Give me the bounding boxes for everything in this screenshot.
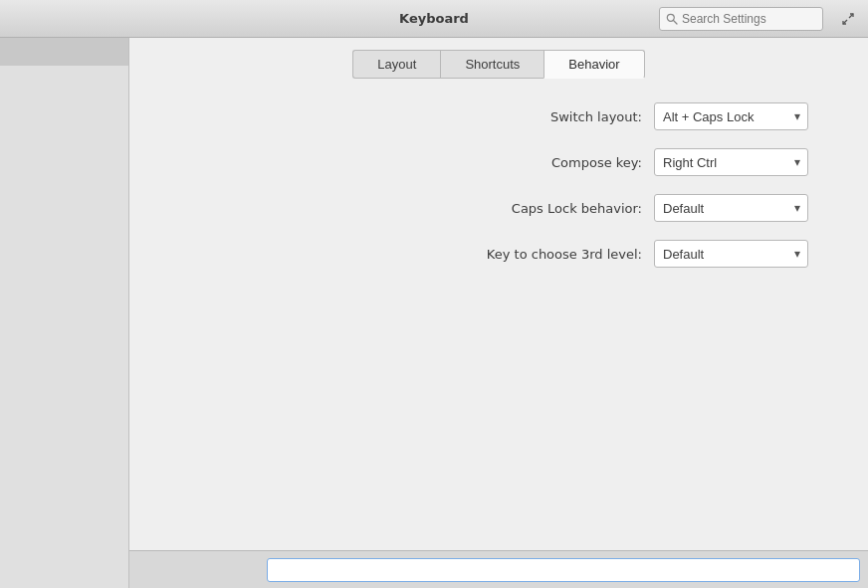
caps-lock-select-wrapper: Default Disabled Caps Lock as Ctrl Caps … xyxy=(654,194,808,222)
search-icon xyxy=(666,13,678,25)
tabs-container: Layout Shortcuts Behavior xyxy=(129,38,868,79)
key-3rd-level-select-wrapper: Default Right Alt Left Alt Menu Right Ct… xyxy=(654,240,808,268)
expand-button[interactable] xyxy=(836,7,860,31)
caps-lock-row: Caps Lock behavior: Default Disabled Cap… xyxy=(129,194,808,222)
expand-icon xyxy=(841,12,855,26)
main-container: Layout Shortcuts Behavior Switch layout:… xyxy=(0,38,868,588)
switch-layout-select-wrapper: Alt + Caps Lock Alt + Shift Ctrl + Shift… xyxy=(654,102,808,130)
caps-lock-label: Caps Lock behavior: xyxy=(512,201,642,216)
key-3rd-level-label: Key to choose 3rd level: xyxy=(487,247,642,262)
switch-layout-row: Switch layout: Alt + Caps Lock Alt + Shi… xyxy=(129,102,808,130)
search-input[interactable] xyxy=(682,12,816,26)
switch-layout-select[interactable]: Alt + Caps Lock Alt + Shift Ctrl + Shift… xyxy=(654,102,808,130)
switch-layout-label: Switch layout: xyxy=(550,109,642,124)
compose-key-row: Compose key: Disabled Right Ctrl Right A… xyxy=(129,148,808,176)
key-3rd-level-select[interactable]: Default Right Alt Left Alt Menu Right Ct… xyxy=(654,240,808,268)
sidebar xyxy=(0,38,129,588)
settings-form: Switch layout: Alt + Caps Lock Alt + Shi… xyxy=(129,79,868,550)
bottom-bar xyxy=(129,550,868,588)
content-area: Layout Shortcuts Behavior Switch layout:… xyxy=(129,38,868,588)
tab-layout[interactable]: Layout xyxy=(352,50,440,79)
compose-key-select-wrapper: Disabled Right Ctrl Right Alt Menu Caps … xyxy=(654,148,808,176)
caps-lock-select[interactable]: Default Disabled Caps Lock as Ctrl Caps … xyxy=(654,194,808,222)
svg-line-1 xyxy=(674,20,678,24)
tab-behavior[interactable]: Behavior xyxy=(543,50,644,79)
window-title: Keyboard xyxy=(399,11,469,26)
tab-shortcuts[interactable]: Shortcuts xyxy=(440,50,543,79)
titlebar: Keyboard xyxy=(0,0,868,38)
search-box[interactable] xyxy=(659,7,823,31)
key-3rd-level-row: Key to choose 3rd level: Default Right A… xyxy=(129,240,808,268)
compose-key-label: Compose key: xyxy=(551,155,642,170)
compose-key-select[interactable]: Disabled Right Ctrl Right Alt Menu Caps … xyxy=(654,148,808,176)
sidebar-selected-item xyxy=(0,38,128,66)
bottom-input[interactable] xyxy=(267,558,860,582)
